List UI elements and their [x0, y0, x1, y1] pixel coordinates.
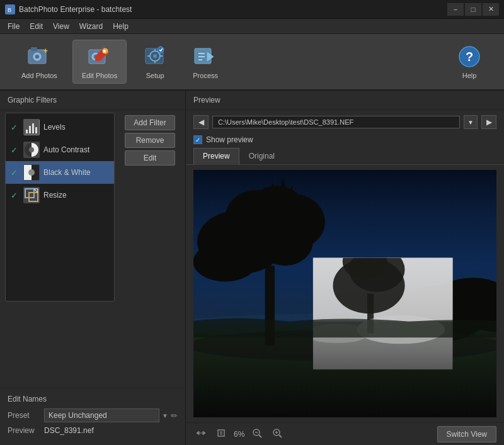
resize-check: ✓ — [11, 191, 20, 200]
minimize-button[interactable]: − — [447, 3, 464, 16]
filter-action-buttons: Add Filter Remove Edit — [120, 113, 180, 301]
edit-button[interactable]: Edit — [125, 150, 175, 166]
toolbar-help[interactable]: ? Help — [447, 40, 491, 83]
right-panel: Preview ◀ ▼ ▶ ✓ Show preview Preview Ori… — [186, 91, 504, 445]
svg-point-32 — [28, 169, 35, 176]
svg-text:+: + — [43, 47, 48, 55]
levels-check: ✓ — [11, 123, 20, 132]
filter-list: ✓ Levels — [5, 113, 115, 301]
preset-label: Preset — [8, 411, 39, 420]
filter-list-wrap: ✓ Levels — [5, 113, 115, 301]
menu-wizard[interactable]: Wizard — [74, 19, 108, 33]
tab-preview[interactable]: Preview — [193, 148, 239, 165]
preview-image-area — [193, 170, 496, 417]
auto-contrast-icon — [23, 142, 40, 158]
prev-button[interactable]: ◀ — [193, 115, 209, 129]
help-label: Help — [462, 72, 477, 79]
svg-point-44 — [193, 242, 257, 281]
fit-width-button[interactable] — [193, 427, 209, 441]
svg-rect-3 — [31, 47, 37, 51]
preview-navigation: ◀ ▼ ▶ — [186, 110, 504, 134]
path-dropdown-button[interactable]: ▼ — [464, 115, 478, 129]
show-preview-label: Show preview — [206, 135, 253, 144]
filters-section: ✓ Levels — [0, 110, 185, 304]
svg-rect-24 — [26, 130, 28, 133]
svg-rect-26 — [32, 123, 34, 133]
remove-button[interactable]: Remove — [125, 133, 175, 148]
toolbar-add-photos[interactable]: + Add Photos — [13, 40, 66, 83]
preview-controls-bar: 6% Switch View — [186, 422, 504, 445]
resize-name: Resize — [43, 191, 67, 200]
svg-line-70 — [259, 435, 261, 437]
zoom-out-button[interactable] — [249, 427, 265, 441]
preview-tabs: Preview Original — [186, 148, 504, 165]
help-icon: ? — [457, 44, 482, 69]
menu-edit[interactable]: Edit — [25, 19, 48, 33]
landscape-svg — [193, 170, 496, 417]
title-bar: B BatchPhoto Enterprise - batchtest − □ … — [0, 0, 504, 19]
show-preview-checkbox[interactable]: ✓ — [193, 135, 202, 144]
levels-icon — [23, 119, 40, 135]
filter-item-levels[interactable]: ✓ Levels — [6, 116, 114, 138]
svg-text:★: ★ — [102, 48, 107, 54]
svg-point-14 — [153, 54, 157, 58]
zoom-level: 6% — [234, 430, 244, 439]
preset-row: Preset Keep Unchanged Custom ▼ ✏ — [8, 408, 178, 422]
main-content: Graphic Filters ✓ — [0, 91, 504, 445]
switch-view-button[interactable]: Switch View — [437, 426, 496, 442]
toolbar-setup[interactable]: Setup — [133, 40, 177, 83]
menu-help[interactable]: Help — [108, 19, 134, 33]
svg-point-5 — [35, 55, 39, 59]
fit-page-button[interactable] — [214, 427, 229, 441]
preview-name-row: Preview DSC_8391.nef — [8, 426, 178, 435]
auto-contrast-name: Auto Contrast — [43, 145, 89, 154]
photo-background — [193, 170, 496, 417]
setup-label: Setup — [146, 72, 164, 79]
svg-rect-25 — [29, 126, 31, 133]
bw-name: Black & White — [43, 168, 91, 177]
add-filter-button[interactable]: Add Filter — [125, 115, 175, 130]
levels-name: Levels — [43, 123, 66, 132]
file-path-input[interactable] — [212, 116, 460, 128]
preset-dropdown-arrow: ▼ — [162, 412, 168, 419]
filter-item-black-white[interactable]: ✓ Black & White — [6, 161, 114, 184]
process-icon — [193, 44, 218, 69]
setup-icon — [142, 44, 168, 69]
edit-names-title: Edit Names — [8, 395, 178, 403]
filter-item-auto-contrast[interactable]: ✓ Auto Contrast — [6, 138, 114, 161]
menu-view[interactable]: View — [48, 19, 74, 33]
zoom-controls: 6% — [193, 427, 285, 441]
app-title: BatchPhoto Enterprise - batchtest — [19, 5, 132, 14]
svg-rect-27 — [35, 127, 37, 133]
edit-photos-label: Edit Photos — [82, 72, 117, 79]
show-preview-row: ✓ Show preview — [186, 134, 504, 148]
toolbar: + Add Photos ★ Edit Photos — [0, 34, 504, 91]
svg-text:?: ? — [466, 50, 473, 64]
toolbar-edit-photos[interactable]: ★ Edit Photos — [72, 40, 127, 84]
next-button[interactable]: ▶ — [481, 115, 496, 129]
menu-file[interactable]: File — [3, 19, 25, 33]
edit-names-section: Edit Names Preset Keep Unchanged Custom … — [0, 388, 185, 445]
svg-line-74 — [279, 435, 282, 437]
tab-original[interactable]: Original — [239, 148, 284, 164]
close-button[interactable]: ✕ — [483, 3, 499, 16]
resize-icon — [23, 187, 40, 203]
preview-name-value: DSC_8391.nef — [44, 426, 94, 435]
svg-text:B: B — [8, 7, 11, 13]
menu-bar: File Edit View Wizard Help — [0, 19, 504, 34]
auto-contrast-check: ✓ — [11, 145, 20, 155]
filter-item-resize[interactable]: ✓ Resize — [6, 184, 114, 206]
maximize-button[interactable]: □ — [465, 3, 481, 16]
edit-photos-icon: ★ — [87, 44, 112, 69]
process-label: Process — [193, 72, 218, 79]
preset-select[interactable]: Keep Unchanged Custom — [44, 408, 159, 422]
filters-panel-title: Graphic Filters — [0, 91, 185, 110]
bw-icon — [23, 164, 40, 181]
svg-point-15 — [158, 47, 164, 53]
zoom-in-button[interactable] — [270, 427, 285, 441]
toolbar-process[interactable]: Process — [183, 40, 227, 83]
preset-edit-icon[interactable]: ✏ — [171, 411, 178, 420]
preview-name-label: Preview — [8, 426, 39, 435]
app-icon: B — [5, 4, 15, 14]
left-panel: Graphic Filters ✓ — [0, 91, 186, 445]
